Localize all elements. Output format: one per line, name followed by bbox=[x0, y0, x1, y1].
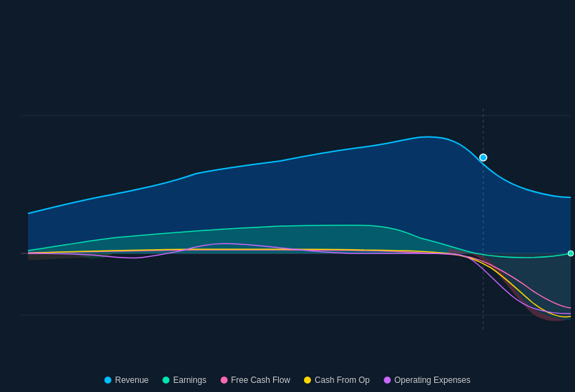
legend-label-cfop: Cash From Op bbox=[314, 375, 370, 385]
chart-container: Dec 31 2020 Revenue ₹3.087b /yr Earnings… bbox=[0, 0, 575, 392]
legend-dot-fcf bbox=[221, 377, 228, 384]
legend-dot-earnings bbox=[162, 377, 169, 384]
svg-point-7 bbox=[568, 251, 574, 256]
legend-item-cfop[interactable]: Cash From Op bbox=[304, 375, 370, 385]
legend-item-revenue[interactable]: Revenue bbox=[104, 375, 148, 385]
chart-svg: 2015 2016 2017 2018 2019 2020 bbox=[0, 0, 575, 336]
chart-legend: Revenue Earnings Free Cash Flow Cash Fro… bbox=[0, 375, 575, 385]
legend-label-fcf: Free Cash Flow bbox=[231, 375, 291, 385]
legend-item-earnings[interactable]: Earnings bbox=[162, 375, 206, 385]
legend-label-earnings: Earnings bbox=[173, 375, 206, 385]
legend-item-opex[interactable]: Operating Expenses bbox=[384, 375, 471, 385]
legend-dot-opex bbox=[384, 377, 391, 384]
legend-dot-revenue bbox=[104, 377, 111, 384]
svg-point-6 bbox=[480, 154, 487, 161]
legend-item-fcf[interactable]: Free Cash Flow bbox=[221, 375, 291, 385]
legend-label-opex: Operating Expenses bbox=[394, 375, 471, 385]
legend-label-revenue: Revenue bbox=[115, 375, 148, 385]
legend-dot-cfop bbox=[304, 377, 311, 384]
